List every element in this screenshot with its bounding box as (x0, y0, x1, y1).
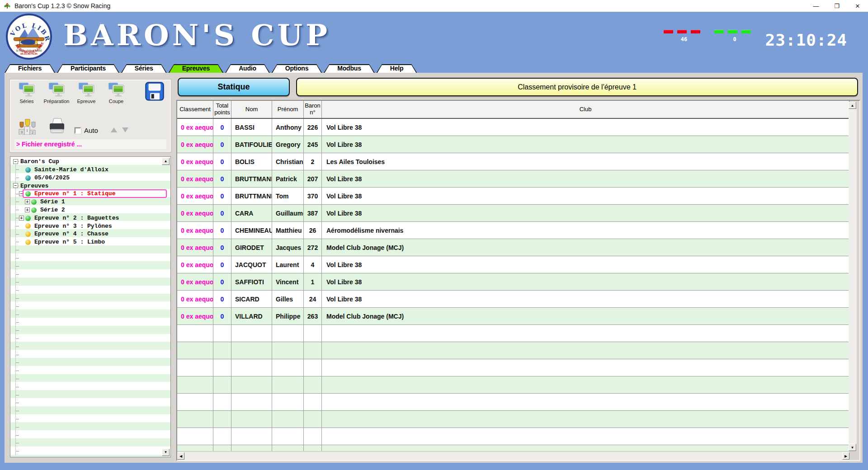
app-title: BARON'S CUP (63, 18, 330, 52)
empty-table-row[interactable] (177, 394, 849, 411)
empty-cell (177, 359, 213, 376)
table-row[interactable]: 0 ex aequo0BATIFOULIERGregory245Vol Libr… (177, 136, 849, 153)
cell-baron: 4 (304, 256, 322, 273)
client-area: SériesPréparationEpreuveCoupe (5, 73, 863, 463)
tab-label: Help (377, 64, 417, 72)
statique-mode-button[interactable]: Statique (178, 78, 290, 96)
toolbar-panel: SériesPréparationEpreuveCoupe (10, 80, 171, 152)
status-ball-icon (25, 191, 31, 197)
tab-options[interactable]: Options (272, 64, 322, 73)
scroll-down-button[interactable]: ▼ (849, 444, 856, 451)
toolbar-button-preparation[interactable]: Préparation (42, 82, 71, 108)
empty-cell (177, 445, 213, 451)
empty-table-row[interactable] (177, 376, 849, 394)
svg-text:1: 1 (26, 128, 28, 132)
tab-audio[interactable]: Audio (225, 64, 270, 73)
save-button[interactable] (145, 81, 165, 101)
trophy-podium-icon: 3 1 2 (17, 118, 37, 135)
horizontal-scrollbar[interactable]: ◀ ▶ (177, 452, 849, 460)
table-row[interactable]: 0 ex aequo0GIRODETJacques272Model Club J… (177, 239, 849, 256)
tab-label: Participants (57, 64, 119, 72)
expand-icon[interactable]: + (25, 207, 30, 212)
tree-item-serie-1[interactable]: +Série 1 (10, 198, 170, 206)
table-row[interactable]: 0 ex aequo0SICARDGilles24Vol Libre 38 (177, 291, 849, 308)
empty-cell (272, 394, 304, 410)
monitor-icon (78, 82, 94, 98)
table-row[interactable]: 0 ex aequo0BASSIAnthony226Vol Libre 38 (177, 119, 849, 136)
table-row[interactable]: 0 ex aequo0CARAGuillaume387Vol Libre 38 (177, 205, 849, 222)
tree-item-05-06-2025[interactable]: 05/06/2025 (10, 174, 170, 182)
empty-table-row[interactable] (177, 359, 849, 376)
empty-table-row[interactable] (177, 411, 849, 428)
cell-prenom: Laurent (272, 256, 304, 273)
empty-cell (304, 376, 322, 393)
empty-cell (231, 428, 272, 445)
table-row[interactable]: 0 ex aequo0BRUTTMANNTom370Vol Libre 38 (177, 188, 849, 205)
tree-scroll-up-button[interactable]: ▲ (162, 158, 170, 165)
minimize-button[interactable]: — (806, 0, 826, 12)
move-down-arrow-icon[interactable] (122, 127, 128, 132)
vertical-scrollbar[interactable]: ▲ ▼ (849, 102, 857, 451)
tree-item-epreuve-n-4-chasse[interactable]: Epreuve n° 4 : Chasse (10, 230, 170, 238)
tree-item-epreuve-n-5-limbo[interactable]: Epreuve n° 5 : Limbo (10, 238, 170, 246)
tab-epreuves[interactable]: Epreuves (169, 64, 223, 73)
cell-total: 0 (213, 153, 231, 170)
cell-club: Vol Libre 38 (322, 188, 849, 204)
red-indicator-dashes (664, 30, 704, 33)
tree-item-sainte-marie-d-alloix[interactable]: Sainte-Marie d'Alloix (10, 166, 170, 174)
red-dash-icon (691, 30, 700, 33)
table-row[interactable]: 0 ex aequo0BOLISChristian2Les Ailes Toul… (177, 153, 849, 170)
collapse-icon[interactable]: − (13, 183, 18, 188)
empty-cell (177, 376, 213, 393)
cell-classement: 0 ex aequo (177, 188, 213, 204)
scroll-up-button[interactable]: ▲ (849, 102, 856, 109)
cell-classement: 0 ex aequo (177, 308, 213, 324)
tree-item-epreuve-n-2-baguettes[interactable]: +Epreuve n° 2 : Baguettes (10, 214, 170, 222)
empty-cell (177, 394, 213, 410)
cell-nom: BATIFOULIER (231, 136, 272, 153)
tab-modbus[interactable]: Modbus (324, 64, 374, 73)
tab-help[interactable]: Help (377, 64, 417, 73)
tree-item-epreuves[interactable]: −Epreuves (10, 182, 170, 190)
tab-participants[interactable]: Participants (57, 64, 119, 73)
toolbar-button-coupe[interactable]: Coupe (101, 82, 131, 108)
auto-checkbox-label: Auto (84, 127, 98, 134)
status-ball-icon (25, 216, 31, 221)
tab-fichiers[interactable]: Fichiers (5, 64, 55, 73)
expand-icon[interactable]: + (25, 199, 30, 204)
tree-scroll-down-button[interactable]: ▼ (162, 449, 170, 456)
table-row[interactable]: 0 ex aequo0JACQUOTLaurent4Vol Libre 38 (177, 256, 849, 273)
cell-total: 0 (213, 222, 231, 239)
table-row[interactable]: 0 ex aequo0SAFFIOTIVincent1Vol Libre 38 (177, 273, 849, 291)
empty-table-row[interactable] (177, 428, 849, 445)
empty-table-row[interactable] (177, 445, 849, 451)
move-up-arrow-icon[interactable] (111, 127, 117, 132)
expand-icon[interactable]: + (19, 216, 24, 221)
print-button[interactable] (48, 118, 66, 135)
close-button[interactable]: ✕ (847, 0, 868, 12)
restore-button[interactable]: ❐ (826, 0, 847, 12)
table-row[interactable]: 0 ex aequo0BRUTTMANNPatrick207Vol Libre … (177, 170, 849, 188)
cell-nom: BOLIS (231, 153, 272, 170)
empty-table-row[interactable] (177, 342, 849, 359)
toolbar-button-epreuve[interactable]: Epreuve (71, 82, 101, 108)
collapse-icon[interactable]: − (13, 159, 18, 164)
column-header-baron-n: Baron n° (304, 101, 322, 118)
cell-classement: 0 ex aequo (177, 256, 213, 273)
table-header-row: ClassementTotal pointsNomPrénomBaron n°C… (177, 101, 849, 119)
tab-series[interactable]: Séries (121, 64, 167, 73)
tree-item-serie-2[interactable]: +Série 2 (10, 206, 170, 214)
table-row[interactable]: 0 ex aequo0VILLARDPhilippe263Model Club … (177, 308, 849, 325)
tree-item-baron-s-cup[interactable]: −Baron's Cup (10, 158, 170, 166)
scroll-right-button[interactable]: ▶ (842, 452, 849, 460)
trophy-podium-button[interactable]: 3 1 2 (17, 118, 37, 135)
auto-checkbox[interactable] (75, 127, 81, 134)
scroll-left-button[interactable]: ◀ (177, 452, 184, 460)
tree-item-epreuve-n-3-pylones[interactable]: Epreuve n° 3 : Pylônes (10, 222, 170, 230)
toolbar-button-series[interactable]: Séries (12, 82, 42, 108)
monitor-icon (19, 82, 35, 98)
empty-table-row[interactable] (177, 325, 849, 342)
table-row[interactable]: 0 ex aequo0CHEMINEAUMatthieu26Aéromodéli… (177, 222, 849, 239)
empty-cell (304, 359, 322, 376)
tree-item-epreuve-n-1-statique[interactable]: −Epreuve n° 1 : Statique (10, 190, 170, 198)
